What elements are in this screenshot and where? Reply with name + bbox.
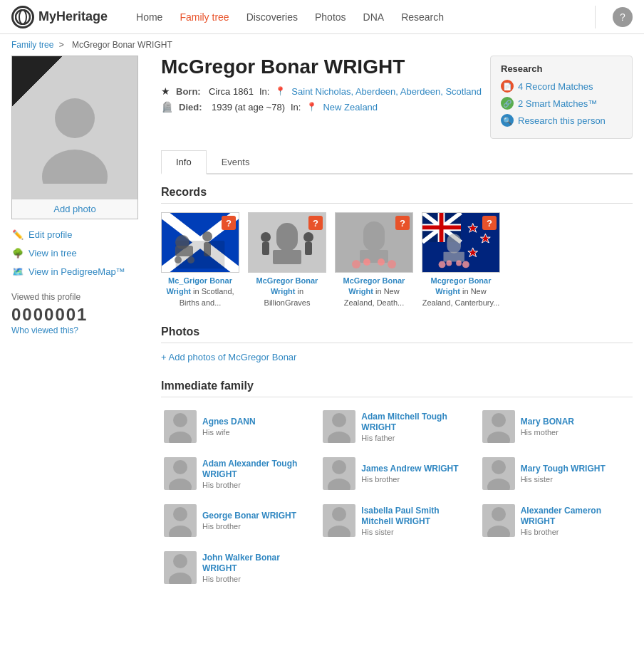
svg-rect-17 <box>262 242 269 255</box>
nav-discoveries[interactable]: Discoveries <box>246 11 298 23</box>
record-img-0[interactable]: ? <box>161 212 239 273</box>
family-info-9: John Walker Bonar WRIGHTHis brother <box>202 553 311 583</box>
svg-point-52 <box>332 460 346 474</box>
svg-point-40 <box>439 261 446 268</box>
nav-family-tree[interactable]: Family tree <box>180 11 229 23</box>
research-person-icon: 🔍 <box>501 114 514 127</box>
family-avatar-0 <box>164 410 197 443</box>
tab-info[interactable]: Info <box>161 150 207 174</box>
family-name-0[interactable]: Agnes DANN <box>202 417 311 428</box>
record-img-3[interactable]: ? <box>422 212 500 273</box>
breadcrumb: Family tree > McGregor Bonar WRIGHT <box>0 34 644 56</box>
record-question-0: ? <box>222 216 236 230</box>
family-name-8[interactable]: Alexander Cameron WRIGHT <box>521 506 630 528</box>
born-value: Circa 1861 <box>209 86 254 97</box>
record-card-0: ? Mc_Grigor Bonar Wright in Scotland, Bi… <box>161 212 239 308</box>
family-name-5[interactable]: Mary Tough WRIGHT <box>521 464 630 475</box>
family-member-7: Isabella Paul Smith Mitchell WRIGHTHis s… <box>320 500 473 541</box>
record-card-2: ? McGregor Bonar Wright in New Zealand, … <box>335 212 413 308</box>
viewed-section: Viewed this profile 0000001 Who viewed t… <box>11 292 138 335</box>
record-card-3: ? Mcgregor Bonar Wright in New Zealand, … <box>422 212 500 308</box>
svg-point-61 <box>487 526 510 537</box>
nav-research[interactable]: Research <box>401 11 444 23</box>
svg-point-41 <box>446 261 452 266</box>
add-photo-button[interactable]: Add photo <box>12 199 137 219</box>
family-info-7: Isabella Paul Smith Mitchell WRIGHTHis s… <box>361 506 470 536</box>
breadcrumb-separator: > <box>59 40 66 50</box>
family-member-2: Mary BONARHis mother <box>479 406 633 447</box>
star-icon: ★ <box>161 85 170 97</box>
svg-point-58 <box>332 507 346 521</box>
family-name-7[interactable]: Isabella Paul Smith Mitchell WRIGHT <box>361 506 470 528</box>
research-person-item[interactable]: 🔍 Research this person <box>501 114 622 127</box>
tab-events[interactable]: Events <box>207 150 265 174</box>
family-relation-5: His sister <box>521 475 630 484</box>
family-name-6[interactable]: George Bonar WRIGHT <box>202 511 311 522</box>
viewed-count: 0000001 <box>11 305 138 325</box>
svg-point-63 <box>169 573 192 584</box>
family-relation-6: His brother <box>202 522 311 531</box>
smart-matches-item[interactable]: 🔗 2 Smart Matches™ <box>501 97 622 110</box>
family-grid: Agnes DANNHis wife Adam Mitchell Tough W… <box>161 406 633 588</box>
nav-home[interactable]: Home <box>136 11 162 23</box>
family-member-9: John Walker Bonar WRIGHTHis brother <box>161 547 314 588</box>
family-info-3: Adam Alexander Tough WRIGHTHis brother <box>202 459 311 489</box>
avatar-svg <box>39 91 110 184</box>
record-label-2: McGregor Bonar Wright in New Zealand, De… <box>335 276 413 308</box>
help-icon[interactable]: ? <box>613 7 633 27</box>
family-relation-7: His sister <box>361 528 470 536</box>
family-avatar-5 <box>482 457 515 490</box>
record-name-link-1[interactable]: McGregor Bonar Wright <box>256 276 318 296</box>
svg-point-1 <box>19 10 26 24</box>
died-location[interactable]: New Zealand <box>323 102 378 113</box>
location-pin-born: 📍 <box>275 86 286 96</box>
view-in-pedigreemap-link[interactable]: 🗺️ View in PedigreeMap™ <box>11 265 138 278</box>
records-title: Records <box>161 186 633 204</box>
edit-profile-link[interactable]: ✏️ Edit profile <box>11 228 138 241</box>
record-question-2: ? <box>395 216 410 230</box>
record-matches-label: 4 Record Matches <box>518 81 593 92</box>
record-matches-item[interactable]: 📄 4 Record Matches <box>501 80 622 93</box>
site-logo[interactable]: MyHeritage <box>11 6 108 28</box>
records-grid: ? Mc_Grigor Bonar Wright in Scotland, Bi… <box>161 212 633 308</box>
view-in-tree-label: View in tree <box>28 248 77 258</box>
family-relation-8: His brother <box>521 528 630 536</box>
who-viewed-link[interactable]: Who viewed this? <box>11 325 78 335</box>
died-value: 1939 (at age ~78) <box>212 102 285 113</box>
svg-point-43 <box>462 261 469 268</box>
nav-photos[interactable]: Photos <box>315 11 346 23</box>
family-name-9[interactable]: John Walker Bonar WRIGHT <box>202 553 311 575</box>
svg-point-46 <box>332 413 346 427</box>
record-img-1[interactable]: ? <box>248 212 326 273</box>
svg-rect-20 <box>363 221 385 251</box>
family-name-3[interactable]: Adam Alexander Tough WRIGHT <box>202 459 311 481</box>
family-name-1[interactable]: Adam Mitchell Tough WRIGHT <box>361 412 470 434</box>
map-icon: 🗺️ <box>11 265 24 278</box>
svg-rect-39 <box>443 252 464 262</box>
family-info-2: Mary BONARHis mother <box>521 417 630 437</box>
view-in-pedigreemap-label: View in PedigreeMap™ <box>28 266 125 277</box>
view-in-tree-link[interactable]: 🌳 View in tree <box>11 246 138 259</box>
died-in-label: In: <box>291 102 301 113</box>
svg-point-56 <box>173 507 187 521</box>
breadcrumb-link[interactable]: Family tree <box>11 40 53 50</box>
tree-icon: 🌳 <box>11 246 24 259</box>
svg-point-18 <box>303 232 313 242</box>
family-avatar-9 <box>164 551 197 584</box>
main-content: McGregor Bonar WRIGHT ★ Born: Circa 1861… <box>150 56 644 617</box>
record-label-0: Mc_Grigor Bonar Wright in Scotland, Birt… <box>161 276 239 308</box>
family-relation-9: His brother <box>202 575 311 583</box>
record-img-2[interactable]: ? <box>335 212 413 273</box>
record-question-1: ? <box>308 216 323 230</box>
family-name-4[interactable]: James Andrew WRIGHT <box>361 464 470 475</box>
family-name-2[interactable]: Mary BONAR <box>521 417 630 428</box>
family-info-1: Adam Mitchell Tough WRIGHTHis father <box>361 412 470 442</box>
record-matches-icon: 📄 <box>501 80 514 93</box>
add-photos-button[interactable]: + Add photos of McGregor Bonar <box>161 352 296 362</box>
research-person-label: Research this person <box>518 115 606 126</box>
nav-dna[interactable]: DNA <box>363 11 385 23</box>
logo-text: MyHeritage <box>38 9 108 24</box>
svg-point-57 <box>169 526 192 537</box>
born-location[interactable]: Saint Nicholas, Aberdeen, Aberdeen, Scot… <box>291 86 482 97</box>
svg-rect-15 <box>273 250 301 264</box>
